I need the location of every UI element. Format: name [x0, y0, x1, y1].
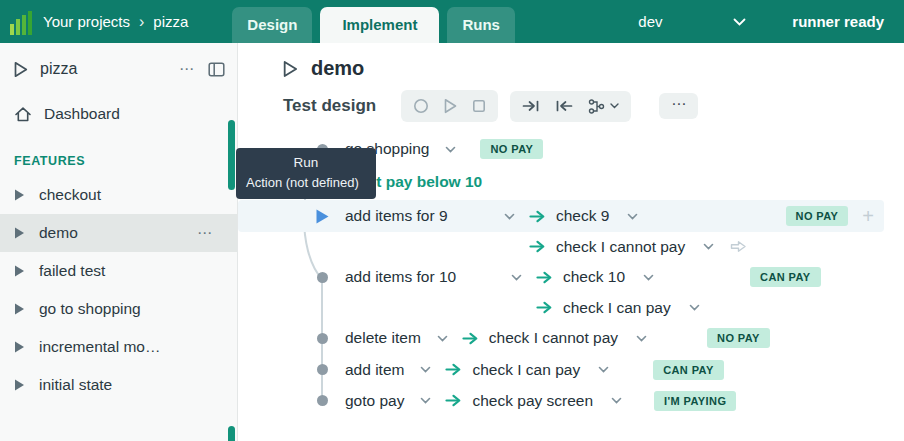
sidebar-item-initial-state[interactable]: initial state [0, 366, 237, 404]
flow-row-add-items-for-10: add items for 10 check 10 CAN PAY [238, 261, 904, 293]
sidebar-scrollbar-thumb[interactable] [228, 120, 235, 190]
flow-step-label[interactable]: delete item [345, 329, 421, 347]
toolbar-more-button[interactable]: ⋯ [659, 93, 698, 119]
sidebar-item-dashboard[interactable]: Dashboard [0, 96, 237, 132]
app-logo-icon[interactable] [10, 11, 32, 35]
feature-play-icon [14, 378, 25, 392]
environment-dropdown[interactable]: dev [638, 13, 746, 30]
add-check-arrow-icon[interactable] [730, 240, 747, 253]
record-circle-icon[interactable] [413, 98, 429, 114]
feature-play-icon [14, 302, 25, 316]
check-arrow-icon [462, 332, 479, 345]
sidebar: pizza ⋯ Dashboard FEATURES checkout demo… [0, 43, 238, 441]
page-title: demo [311, 57, 364, 80]
collapse-sidebar-icon[interactable] [208, 62, 225, 77]
play-icon[interactable] [444, 98, 457, 114]
add-step-icon[interactable]: + [862, 206, 874, 226]
flow-check-label[interactable]: check 9 [556, 207, 609, 225]
check-arrow-icon [445, 363, 462, 376]
state-badge[interactable]: I'M PAYING [654, 391, 736, 411]
flow-step-label[interactable]: add items for 9 [345, 207, 448, 225]
flow-node-dot[interactable] [300, 272, 345, 283]
feature-label: demo [39, 224, 78, 242]
feature-label: incremental mo… [39, 338, 160, 356]
flow-check-label[interactable]: check I cannot pay [489, 329, 618, 347]
play-outline-icon[interactable] [14, 61, 28, 78]
check-arrow-icon [445, 394, 462, 407]
check-arrow-icon [536, 271, 553, 284]
flow-row-add-item: add item check I can pay CAN PAY [238, 354, 904, 385]
check-arrow-icon [529, 240, 546, 253]
home-icon [14, 106, 32, 123]
feature-more-icon[interactable]: ⋯ [197, 224, 212, 242]
check-arrow-icon [529, 210, 546, 223]
sidebar-item-checkout[interactable]: checkout [0, 176, 237, 214]
chevron-down-icon[interactable] [636, 335, 647, 342]
flow-node-dot[interactable] [300, 395, 345, 406]
chevron-down-icon[interactable] [598, 366, 609, 373]
chevron-down-icon[interactable] [611, 397, 622, 404]
flow-row-check-cannot-pay: check I cannot pay [238, 232, 904, 261]
breadcrumb-current-project: pizza [153, 13, 188, 30]
skip-to-end-icon[interactable] [522, 99, 540, 113]
breadcrumb: Your projects › pizza [43, 13, 188, 31]
state-badge[interactable]: CAN PAY [750, 267, 820, 287]
environment-label: dev [638, 13, 662, 30]
flow-check-label[interactable]: check I can pay [563, 299, 671, 317]
features-section-heading: FEATURES [14, 154, 237, 168]
flow-row-check-can-pay: check I can pay [238, 293, 904, 322]
project-more-icon[interactable]: ⋯ [179, 60, 194, 78]
flow-node-dot[interactable] [300, 364, 345, 375]
topbar-right: dev runner ready [638, 13, 904, 30]
tooltip-title: Run [246, 155, 366, 170]
feature-play-icon [14, 188, 25, 202]
state-badge[interactable]: NO PAY [786, 206, 849, 226]
chevron-down-icon[interactable] [511, 274, 522, 281]
run-step-button[interactable] [300, 208, 345, 225]
flow-check-label[interactable]: check pay screen [472, 392, 593, 410]
chevron-down-icon[interactable] [689, 304, 700, 311]
state-badge[interactable]: CAN PAY [653, 360, 723, 380]
sidebar-item-demo[interactable]: demo ⋯ [0, 214, 237, 252]
chevron-down-icon[interactable] [703, 243, 714, 250]
sidebar-project-name: pizza [40, 60, 77, 78]
flow-check-label[interactable]: check I cannot pay [556, 238, 685, 256]
sidebar-scrollbar-end[interactable] [228, 426, 235, 441]
tab-implement[interactable]: Implement [320, 7, 439, 43]
stop-icon[interactable] [472, 99, 486, 113]
chevron-down-icon[interactable] [643, 274, 654, 281]
chevron-down-icon[interactable] [504, 213, 515, 220]
flow-step-label[interactable]: add item [345, 361, 404, 379]
sidebar-item-incremental[interactable]: incremental mo… [0, 328, 237, 366]
main-panel: demo Test design ⋯ [238, 43, 904, 441]
skip-to-start-icon[interactable] [555, 99, 573, 113]
chevron-down-icon[interactable] [627, 213, 638, 220]
play-outline-icon[interactable] [283, 60, 298, 78]
flow-check-label[interactable]: check I can pay [472, 361, 580, 379]
sidebar-item-failed-test[interactable]: failed test [0, 252, 237, 290]
state-badge[interactable]: NO PAY [707, 328, 770, 348]
chevron-down-icon[interactable] [420, 397, 431, 404]
tab-runs[interactable]: Runs [447, 7, 515, 43]
flow-check-label[interactable]: check 10 [563, 268, 625, 286]
flow-branch-icon[interactable] [588, 99, 619, 114]
dashboard-label: Dashboard [44, 105, 120, 123]
sidebar-item-go-to-shopping[interactable]: go to shopping [0, 290, 237, 328]
chevron-down-icon[interactable] [445, 146, 456, 153]
tooltip-body: Action (not defined) [246, 175, 366, 190]
chevron-down-icon[interactable] [420, 366, 431, 373]
state-badge[interactable]: NO PAY [480, 139, 543, 159]
flow-step-label[interactable]: goto pay [345, 392, 404, 410]
breadcrumb-projects-link[interactable]: Your projects [43, 13, 130, 30]
chevron-down-icon[interactable] [437, 335, 448, 342]
flow-step-label[interactable]: add items for 10 [345, 268, 456, 286]
runner-status: runner ready [792, 13, 884, 30]
tab-design[interactable]: Design [232, 7, 312, 43]
feature-play-icon [14, 264, 25, 278]
flow-node-dot[interactable] [300, 333, 345, 344]
main-tabs: Design Implement Runs [232, 0, 515, 43]
breadcrumb-separator: › [139, 13, 144, 31]
check-arrow-icon [536, 301, 553, 314]
run-controls-group [401, 90, 498, 122]
chevron-down-icon [733, 18, 746, 26]
